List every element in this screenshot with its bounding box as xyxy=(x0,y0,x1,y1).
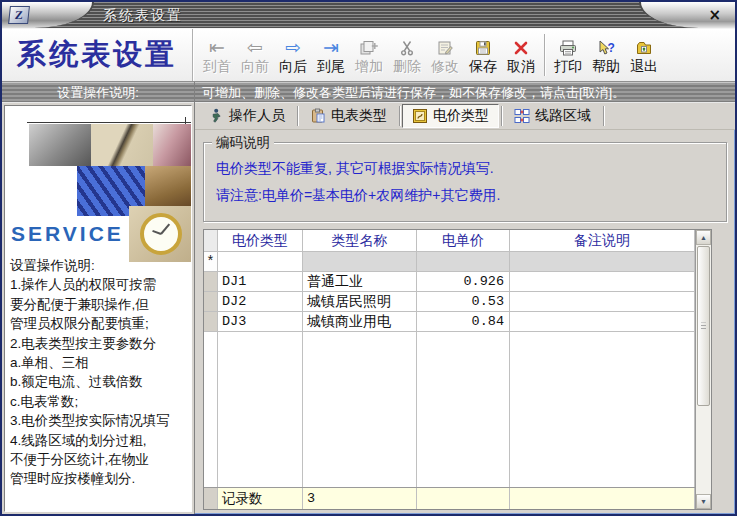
tab-separator xyxy=(399,106,400,126)
tab-separator xyxy=(603,106,604,126)
cell-unit-price[interactable]: 0.53 xyxy=(417,292,510,311)
help-button[interactable]: ? 帮助 xyxy=(587,31,625,79)
last-record-button[interactable]: ⇥ 到尾 xyxy=(312,31,350,79)
footer-cell xyxy=(510,488,695,509)
help-icon: ? xyxy=(597,37,615,59)
note-line: 请注意:电单价=基本电价+农网维护+其它费用. xyxy=(212,182,718,209)
cancel-button[interactable]: 取消 xyxy=(502,31,540,79)
price-type-grid: 电价类型 类型名称 电单价 备注说明 * xyxy=(203,229,712,510)
cell-type-name[interactable]: 城镇商业用电 xyxy=(303,312,417,331)
sidebar: 设置操作说明: SERVICE 设置操作说明: 1.操作人员的权限可按需 要分配… xyxy=(2,82,195,514)
add-button[interactable]: 增加 xyxy=(350,31,388,79)
record-count-label: 记录数 xyxy=(218,488,303,509)
vertical-scrollbar[interactable]: ▲ ▼ xyxy=(695,230,711,509)
toolbar-button-label: 增加 xyxy=(355,59,383,74)
page-title: 系统表设置 xyxy=(2,29,193,81)
toolbar-button-label: 取消 xyxy=(507,59,535,74)
instructions-text: 设置操作说明: 1.操作人员的权限可按需 要分配便于兼职操作,但 管理员权限分配… xyxy=(10,256,192,489)
table-row[interactable]: DJ3 城镇商业用电 0.84 xyxy=(204,312,695,332)
message-bar: 可增加、删除、修改各类型后请进行保存，如不保存修改，请点击[取消]。 xyxy=(195,82,735,103)
toolbar-separator xyxy=(544,34,545,76)
edit-icon xyxy=(437,37,453,59)
selector-header-cell xyxy=(204,230,218,251)
record-count-value: 3 xyxy=(303,488,417,509)
column-header-type-name[interactable]: 类型名称 xyxy=(303,230,417,251)
cell-price-type[interactable]: DJ3 xyxy=(218,312,303,331)
cell-note[interactable] xyxy=(510,272,695,291)
cell-price-type[interactable]: DJ2 xyxy=(218,292,303,311)
print-button[interactable]: 打印 xyxy=(549,31,587,79)
tab-separator xyxy=(297,106,298,126)
toolbar: ⇤ 到首 ⇦ 向前 ⇨ 向后 ⇥ 到尾 增加 xyxy=(193,29,663,81)
toolbar-button-label: 打印 xyxy=(554,59,582,74)
cell-note[interactable] xyxy=(510,252,695,271)
column-header-price-type[interactable]: 电价类型 xyxy=(218,230,303,251)
app-logo-icon: Z xyxy=(8,6,30,24)
scroll-up-icon[interactable]: ▲ xyxy=(696,230,711,245)
cell-unit-price[interactable] xyxy=(417,252,510,271)
next-record-button[interactable]: ⇨ 向后 xyxy=(274,31,312,79)
cell-type-name[interactable]: 普通工业 xyxy=(303,272,417,291)
scroll-down-icon[interactable]: ▼ xyxy=(696,494,711,509)
new-record-row[interactable]: * xyxy=(204,252,695,272)
previous-record-button[interactable]: ⇦ 向前 xyxy=(236,31,274,79)
first-record-button[interactable]: ⇤ 到首 xyxy=(198,31,236,79)
delete-button[interactable]: 删除 xyxy=(388,31,426,79)
cell-unit-price[interactable]: 0.926 xyxy=(417,272,510,291)
coding-notes-groupbox: 编码说明 电价类型不能重复, 其它可根据实际情况填写. 请注意:电单价=基本电价… xyxy=(203,142,727,222)
column-header-unit-price[interactable]: 电单价 xyxy=(417,230,510,251)
tab-operators[interactable]: 操作人员 xyxy=(198,104,295,128)
app-window: Z 系统表设置 × 系统表设置 ⇤ 到首 ⇦ 向前 ⇨ 向后 ⇥ 到尾 xyxy=(0,0,737,516)
tab-meter-types[interactable]: 电表类型 xyxy=(300,104,397,128)
sidebar-content: SERVICE 设置操作说明: 1.操作人员的权限可按需 要分配便于兼职操作,但… xyxy=(4,105,192,512)
last-record-icon: ⇥ xyxy=(323,37,339,59)
scrollbar-track[interactable] xyxy=(696,407,711,494)
svg-text:?: ? xyxy=(608,40,615,54)
groupbox-title: 编码说明 xyxy=(212,134,274,152)
toolbar-button-label: 修改 xyxy=(431,59,459,74)
toolbar-button-label: 向后 xyxy=(279,59,307,74)
cell-note[interactable] xyxy=(510,312,695,331)
titlebar-right-swoosh: × xyxy=(639,2,735,28)
cell-type-name[interactable]: 城镇居民照明 xyxy=(303,292,417,311)
add-icon xyxy=(360,37,378,59)
filler-cell xyxy=(510,332,695,487)
new-record-marker: * xyxy=(204,252,218,271)
toolbar-button-label: 到首 xyxy=(203,59,231,74)
tab-label: 操作人员 xyxy=(229,107,285,125)
decor-horizontal-line xyxy=(27,122,191,123)
scrollbar-thumb[interactable] xyxy=(697,246,710,406)
tab-line-areas[interactable]: 线路区域 xyxy=(504,104,601,128)
table-row[interactable]: DJ1 普通工业 0.926 xyxy=(204,272,695,292)
filler-cell xyxy=(218,332,303,487)
edit-button[interactable]: 修改 xyxy=(426,31,464,79)
close-icon[interactable]: × xyxy=(705,7,724,24)
grid-empty-area xyxy=(204,332,695,487)
price-book-icon xyxy=(412,108,428,124)
toolbar-button-label: 保存 xyxy=(469,59,497,74)
cell-note[interactable] xyxy=(510,292,695,311)
region-boxes-icon xyxy=(514,108,530,124)
pocket-watch-icon xyxy=(140,213,182,255)
sidebar-header: 设置操作说明: xyxy=(2,82,194,103)
tab-price-types[interactable]: 电价类型 xyxy=(402,104,499,128)
filler-cell xyxy=(417,332,510,487)
save-button[interactable]: 保存 xyxy=(464,31,502,79)
row-selector[interactable] xyxy=(204,272,218,291)
row-selector[interactable] xyxy=(204,292,218,311)
cell-price-type[interactable] xyxy=(218,252,303,271)
footer-selector-cell xyxy=(204,488,218,509)
table-row[interactable]: DJ2 城镇居民照明 0.53 xyxy=(204,292,695,312)
service-label: SERVICE xyxy=(11,222,124,246)
cell-price-type[interactable]: DJ1 xyxy=(218,272,303,291)
collage-pencils-image xyxy=(153,124,192,166)
cell-type-name[interactable] xyxy=(303,252,417,271)
exit-button[interactable]: 退出 xyxy=(625,31,663,79)
collage-watch-image xyxy=(129,206,192,262)
footer-cell xyxy=(417,488,510,509)
cell-unit-price[interactable]: 0.84 xyxy=(417,312,510,331)
row-selector[interactable] xyxy=(204,312,218,331)
column-header-note[interactable]: 备注说明 xyxy=(510,230,695,251)
tab-content: 编码说明 电价类型不能重复, 其它可根据实际情况填写. 请注意:电单价=基本电价… xyxy=(195,130,735,514)
app-body: 设置操作说明: SERVICE 设置操作说明: 1.操作人员的权限可按需 要分配… xyxy=(2,82,735,514)
